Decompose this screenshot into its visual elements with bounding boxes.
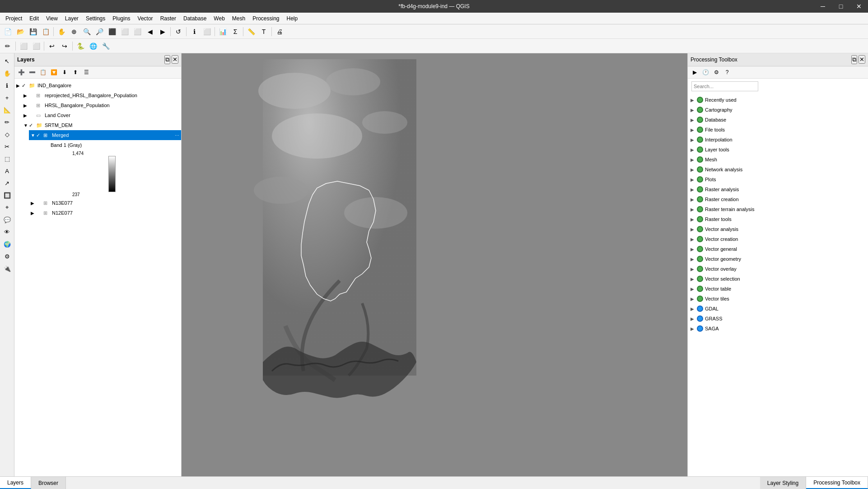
proc-item-raster-analysis[interactable]: ▶Raster analysis [688, 184, 868, 194]
layers-float-button[interactable]: ⧉ [164, 55, 170, 64]
window-controls[interactable]: ─ □ ✕ [814, 0, 868, 13]
layers-close-button[interactable]: ✕ [172, 55, 178, 64]
menu-item-raster[interactable]: Raster [157, 14, 180, 23]
proc-item-vector-geometry[interactable]: ▶Vector geometry [688, 254, 868, 264]
proc-item-mesh[interactable]: ▶Mesh [688, 155, 868, 165]
menu-item-plugins[interactable]: Plugins [109, 14, 134, 23]
proc-float-button[interactable]: ⧉ [851, 55, 857, 64]
edit-pencil-button[interactable]: ✏ [2, 40, 14, 52]
menu-item-settings[interactable]: Settings [82, 14, 109, 23]
pan-to-selection-button[interactable]: ⊕ [68, 26, 80, 38]
menu-item-project[interactable]: Project [2, 14, 26, 23]
pan-tool[interactable]: ✋ [1, 67, 13, 79]
zoom-last-button[interactable]: ◀ [144, 26, 156, 38]
layer-item-hrsl[interactable]: ▶ ⊞ HRSL_Bangalore_Population [22, 100, 181, 110]
proc-item-vector-overlay[interactable]: ▶Vector overlay [688, 264, 868, 274]
map-tip-tool[interactable]: 💬 [1, 214, 13, 226]
raster-tool[interactable]: 🔲 [1, 189, 13, 201]
open-attribute-table-button[interactable]: 📋 [38, 67, 48, 77]
measure-button[interactable]: 📏 [245, 26, 257, 38]
tab-processing-toolbox[interactable]: Processing Toolbox [806, 477, 868, 489]
proc-item-plots[interactable]: ▶Plots [688, 174, 868, 184]
filter-layer-button[interactable]: 🔽 [49, 67, 59, 77]
proc-item-vector-table[interactable]: ▶Vector table [688, 284, 868, 294]
proc-item-file-tools[interactable]: ▶File tools [688, 125, 868, 135]
map-area[interactable] [182, 53, 687, 476]
proc-help-button[interactable]: ? [722, 67, 732, 77]
proc-item-gdal[interactable]: ▶GDAL [688, 304, 868, 314]
layer-item-n12e077[interactable]: ▶ ⊞ N12E077 [29, 208, 181, 218]
proc-close-button[interactable]: ✕ [859, 55, 865, 64]
proc-item-layer-tools[interactable]: ▶Layer tools [688, 145, 868, 155]
new-project-button[interactable]: 📄 [2, 26, 14, 38]
proc-run-button[interactable]: ▶ [690, 67, 700, 77]
undo-button[interactable]: ↩ [46, 40, 58, 52]
layer-item-band1[interactable]: Band 1 (Gray) [36, 140, 181, 150]
layer-options-icon[interactable]: ⋯ [175, 133, 179, 138]
add-layer-button[interactable]: ➕ [16, 67, 26, 77]
statistics-button[interactable]: Σ [229, 26, 241, 38]
edit-tool[interactable]: ✏ [1, 116, 13, 128]
zoom-to-native-button[interactable]: ⬜ [131, 26, 143, 38]
collapse-all-button[interactable]: ⬆ [70, 67, 80, 77]
tab-browser[interactable]: Browser [31, 477, 66, 489]
layer-item-n13e077[interactable]: ▶ ⊞ N13E077 [29, 198, 181, 208]
minimize-button[interactable]: ─ [814, 0, 832, 13]
menu-item-web[interactable]: Web [210, 14, 228, 23]
menu-item-database[interactable]: Database [180, 14, 210, 23]
settings-tool[interactable]: ⚙ [1, 250, 13, 262]
proc-item-database[interactable]: ▶Database [688, 115, 868, 125]
proc-history-button[interactable]: 🕐 [700, 67, 710, 77]
menu-item-processing[interactable]: Processing [249, 14, 283, 23]
zoom-next-button[interactable]: ▶ [157, 26, 168, 38]
zoom-in-button[interactable]: 🔍 [81, 26, 93, 38]
maximize-button[interactable]: □ [832, 0, 850, 13]
georef-tool[interactable]: ⌖ [1, 202, 13, 213]
tab-layer-styling[interactable]: Layer Styling [760, 477, 806, 489]
layer-order-button[interactable]: ☰ [81, 67, 91, 77]
vertex-tool[interactable]: ◇ [1, 128, 13, 140]
browser-button[interactable]: 🌐 [87, 40, 99, 52]
pan-map-button[interactable]: ✋ [56, 26, 67, 38]
zoom-to-layer-button[interactable]: ⬛ [106, 26, 118, 38]
layer-item-srtm[interactable]: ▼ ✓ 📁 SRTM_DEM [22, 120, 181, 130]
preview-tool[interactable]: 👁 [1, 226, 13, 238]
save-project-button[interactable]: 💾 [27, 26, 39, 38]
save-as-button[interactable]: 📋 [40, 26, 51, 38]
proc-search-input[interactable] [691, 81, 758, 91]
label-button[interactable]: T [258, 26, 270, 38]
plugin-tool[interactable]: 🔌 [1, 263, 13, 274]
refresh-button[interactable]: ↺ [173, 26, 184, 38]
proc-item-vector-creation[interactable]: ▶Vector creation [688, 234, 868, 244]
digitize-button[interactable]: ⬜ [18, 40, 29, 52]
network-tool[interactable]: ↗ [1, 177, 13, 189]
zoom-out-button[interactable]: 🔎 [93, 26, 105, 38]
proc-item-saga[interactable]: ▶SAGA [688, 324, 868, 334]
layer-item-landcover[interactable]: ▶ ▭ Land Cover [22, 110, 181, 120]
open-table-button[interactable]: 📊 [217, 26, 229, 38]
select-features-button[interactable]: ⬜ [201, 26, 213, 38]
proc-settings-button[interactable]: ⚙ [711, 67, 721, 77]
menu-item-layer[interactable]: Layer [61, 14, 82, 23]
proc-item-vector-analysis[interactable]: ▶Vector analysis [688, 224, 868, 234]
proc-item-vector-general[interactable]: ▶Vector general [688, 244, 868, 254]
proc-item-vector-selection[interactable]: ▶Vector selection [688, 274, 868, 284]
proc-item-raster-creation[interactable]: ▶Raster creation [688, 194, 868, 204]
layer-item-reprojected[interactable]: ▶ ⊞ reprojected_HRSL_Bangalore_Populatio… [22, 90, 181, 100]
label-tool[interactable]: A [1, 165, 13, 177]
plugins-button[interactable]: 🔧 [100, 40, 112, 52]
remove-layer-button[interactable]: ➖ [27, 67, 37, 77]
print-layout-button[interactable]: 🖨 [274, 26, 285, 38]
proc-item-vector-tiles[interactable]: ▶Vector tiles [688, 294, 868, 304]
select-tool[interactable]: ↖ [1, 55, 13, 67]
proc-item-network-analysis[interactable]: ▶Network analysis [688, 165, 868, 174]
zoom-in-tool[interactable]: + [1, 92, 13, 103]
python-button[interactable]: 🐍 [75, 40, 86, 52]
expand-all-button[interactable]: ⬇ [60, 67, 70, 77]
proc-item-interpolation[interactable]: ▶Interpolation [688, 135, 868, 145]
layer-item-merged[interactable]: ▼ ✓ ⊞ Merged ⋯ [29, 130, 181, 140]
redo-button[interactable]: ↪ [59, 40, 70, 52]
menu-item-edit[interactable]: Edit [26, 14, 42, 23]
digitize-tool[interactable]: ⬚ [1, 153, 13, 165]
proc-item-grass[interactable]: ▶GRASS [688, 314, 868, 324]
